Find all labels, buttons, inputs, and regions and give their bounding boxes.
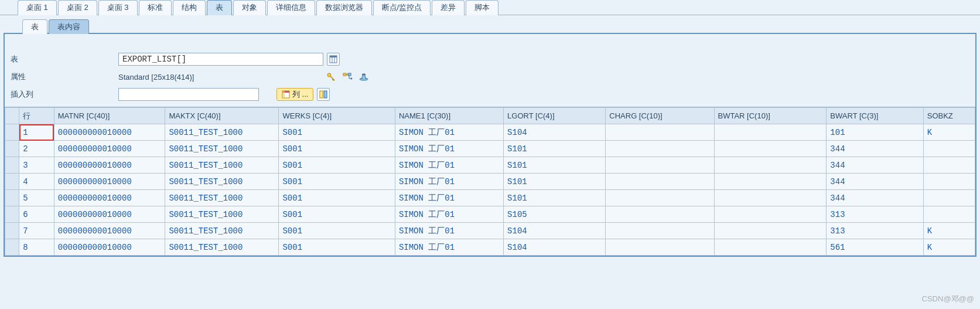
cell-maktx[interactable]: S0011_TEST_1000 bbox=[165, 174, 279, 190]
sub-tab-1[interactable]: 表内容 bbox=[49, 19, 89, 34]
main-tab-8[interactable]: 数据浏览器 bbox=[316, 0, 372, 15]
cell-name1[interactable]: SIMON 工厂01 bbox=[395, 124, 503, 141]
table-row[interactable]: 7000000000010000S0011_TEST_1000S001SIMON… bbox=[5, 223, 975, 239]
row-number[interactable]: 1 bbox=[19, 124, 54, 141]
row-number[interactable]: 7 bbox=[19, 223, 54, 239]
cell-bwtar[interactable] bbox=[714, 124, 827, 141]
col-header-maktx[interactable]: MAKTX [C(40)] bbox=[165, 108, 279, 124]
col-header-sobkz[interactable]: SOBKZ bbox=[923, 108, 975, 124]
cell-sobkz[interactable] bbox=[923, 157, 975, 174]
sub-tab-0[interactable]: 表 bbox=[22, 19, 47, 34]
cell-matnr[interactable]: 000000000010000 bbox=[54, 239, 165, 256]
cell-bwtar[interactable] bbox=[714, 223, 827, 239]
main-tab-7[interactable]: 详细信息 bbox=[267, 0, 315, 15]
cell-bwart[interactable]: 313 bbox=[827, 206, 923, 223]
cell-charg[interactable] bbox=[606, 174, 714, 190]
row-selector[interactable] bbox=[5, 124, 19, 141]
cell-matnr[interactable]: 000000000010000 bbox=[54, 190, 165, 206]
main-tab-6[interactable]: 对象 bbox=[233, 0, 266, 15]
row-number[interactable]: 3 bbox=[19, 157, 54, 174]
cell-matnr[interactable]: 000000000010000 bbox=[54, 141, 165, 157]
cell-bwart[interactable]: 561 bbox=[827, 239, 923, 256]
row-number[interactable]: 8 bbox=[19, 239, 54, 256]
cell-werks[interactable]: S001 bbox=[279, 223, 395, 239]
hat-icon[interactable] bbox=[357, 70, 370, 83]
cell-bwart[interactable]: 344 bbox=[827, 174, 923, 190]
table-row[interactable]: 6000000000010000S0011_TEST_1000S001SIMON… bbox=[5, 206, 975, 223]
cell-name1[interactable]: SIMON 工厂01 bbox=[395, 190, 503, 206]
col-header-name1[interactable]: NAME1 [C(30)] bbox=[395, 108, 503, 124]
cell-werks[interactable]: S001 bbox=[279, 141, 395, 157]
cell-werks[interactable]: S001 bbox=[279, 190, 395, 206]
data-grid[interactable]: 行MATNR [C(40)]MAKTX [C(40)]WERKS [C(4)]N… bbox=[5, 107, 975, 256]
row-number[interactable]: 2 bbox=[19, 141, 54, 157]
cell-lgort[interactable]: S104 bbox=[504, 239, 606, 256]
cell-charg[interactable] bbox=[606, 141, 714, 157]
main-tab-0[interactable]: 桌面 1 bbox=[18, 0, 57, 15]
cell-name1[interactable]: SIMON 工厂01 bbox=[395, 239, 503, 256]
table-row[interactable]: 1000000000010000S0011_TEST_1000S001SIMON… bbox=[5, 124, 975, 141]
cell-sobkz[interactable]: K bbox=[923, 239, 975, 256]
cell-bwtar[interactable] bbox=[714, 239, 827, 256]
cell-sobkz[interactable] bbox=[923, 141, 975, 157]
cell-maktx[interactable]: S0011_TEST_1000 bbox=[165, 157, 279, 174]
main-tab-1[interactable]: 桌面 2 bbox=[58, 0, 97, 15]
cell-maktx[interactable]: S0011_TEST_1000 bbox=[165, 190, 279, 206]
col-header-bwart[interactable]: BWART [C(3)] bbox=[827, 108, 923, 124]
cell-sobkz[interactable]: K bbox=[923, 124, 975, 141]
cell-lgort[interactable]: S101 bbox=[504, 141, 606, 157]
table-row[interactable]: 2000000000010000S0011_TEST_1000S001SIMON… bbox=[5, 141, 975, 157]
row-selector-header[interactable] bbox=[5, 108, 19, 124]
cell-bwtar[interactable] bbox=[714, 206, 827, 223]
cell-lgort[interactable]: S101 bbox=[504, 174, 606, 190]
row-selector[interactable] bbox=[5, 206, 19, 223]
cell-name1[interactable]: SIMON 工厂01 bbox=[395, 157, 503, 174]
col-header-bwtar[interactable]: BWTAR [C(10)] bbox=[714, 108, 827, 124]
row-number[interactable]: 6 bbox=[19, 206, 54, 223]
cell-maktx[interactable]: S0011_TEST_1000 bbox=[165, 124, 279, 141]
main-tab-9[interactable]: 断点/监控点 bbox=[373, 0, 431, 15]
cell-lgort[interactable]: S101 bbox=[504, 157, 606, 174]
cell-sobkz[interactable]: K bbox=[923, 223, 975, 239]
cell-matnr[interactable]: 000000000010000 bbox=[54, 223, 165, 239]
main-tab-5[interactable]: 表 bbox=[207, 0, 232, 15]
cell-maktx[interactable]: S0011_TEST_1000 bbox=[165, 206, 279, 223]
cell-name1[interactable]: SIMON 工厂01 bbox=[395, 206, 503, 223]
insert-col-input[interactable] bbox=[118, 88, 259, 101]
table-row[interactable]: 5000000000010000S0011_TEST_1000S001SIMON… bbox=[5, 190, 975, 206]
cell-lgort[interactable]: S101 bbox=[504, 190, 606, 206]
main-tab-10[interactable]: 差异 bbox=[432, 0, 465, 15]
col-header-werks[interactable]: WERKS [C(4)] bbox=[279, 108, 395, 124]
cell-bwart[interactable]: 101 bbox=[827, 124, 923, 141]
col-header-matnr[interactable]: MATNR [C(40)] bbox=[54, 108, 165, 124]
cell-sobkz[interactable] bbox=[923, 190, 975, 206]
cell-bwtar[interactable] bbox=[714, 141, 827, 157]
row-number[interactable]: 5 bbox=[19, 190, 54, 206]
cell-bwart[interactable]: 313 bbox=[827, 223, 923, 239]
row-selector[interactable] bbox=[5, 190, 19, 206]
cell-name1[interactable]: SIMON 工厂01 bbox=[395, 174, 503, 190]
table-row[interactable]: 3000000000010000S0011_TEST_1000S001SIMON… bbox=[5, 157, 975, 174]
columns-button[interactable]: 列 ... bbox=[276, 88, 313, 101]
row-selector[interactable] bbox=[5, 239, 19, 256]
cell-bwart[interactable]: 344 bbox=[827, 141, 923, 157]
cell-lgort[interactable]: S104 bbox=[504, 223, 606, 239]
cell-charg[interactable] bbox=[606, 124, 714, 141]
cell-maktx[interactable]: S0011_TEST_1000 bbox=[165, 141, 279, 157]
cell-werks[interactable]: S001 bbox=[279, 124, 395, 141]
cell-lgort[interactable]: S105 bbox=[504, 206, 606, 223]
cell-charg[interactable] bbox=[606, 190, 714, 206]
cell-charg[interactable] bbox=[606, 206, 714, 223]
cell-werks[interactable]: S001 bbox=[279, 174, 395, 190]
table-name-input[interactable] bbox=[118, 53, 323, 66]
row-number[interactable]: 4 bbox=[19, 174, 54, 190]
cell-werks[interactable]: S001 bbox=[279, 206, 395, 223]
row-number-header[interactable]: 行 bbox=[19, 108, 54, 124]
cell-charg[interactable] bbox=[606, 223, 714, 239]
table-row[interactable]: 4000000000010000S0011_TEST_1000S001SIMON… bbox=[5, 174, 975, 190]
cell-lgort[interactable]: S104 bbox=[504, 124, 606, 141]
column-toggle-icon[interactable] bbox=[317, 88, 330, 101]
col-header-charg[interactable]: CHARG [C(10)] bbox=[606, 108, 714, 124]
cell-bwtar[interactable] bbox=[714, 157, 827, 174]
cell-sobkz[interactable] bbox=[923, 206, 975, 223]
